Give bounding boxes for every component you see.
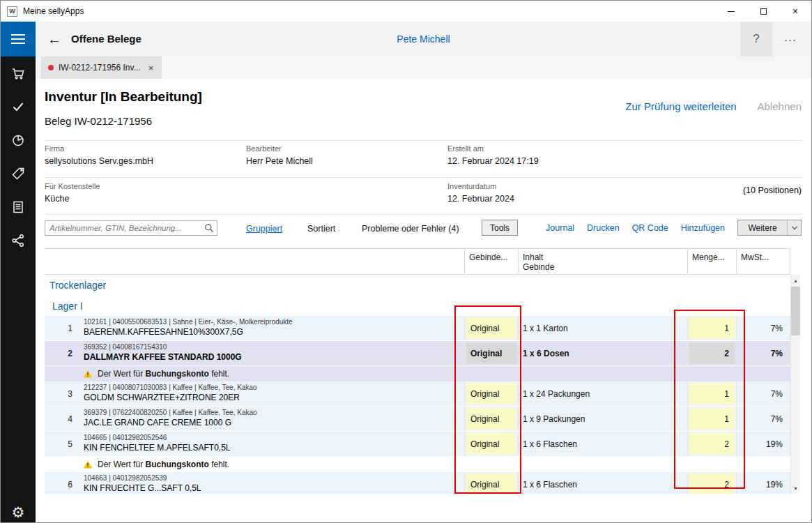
menge-value[interactable]: 1 [689,408,735,430]
row-number: 6 [45,472,81,494]
gebinde-cell: Original [464,407,518,431]
gebinde-value[interactable]: Original [466,433,516,455]
window-title: Meine sellyApps [23,6,84,16]
sidebar-item-share[interactable] [1,224,36,257]
tab-label: IW-0212-171956 Inv... [59,63,141,73]
field-value: Herr Pete Michell [246,156,313,166]
inhalt-cell: 1 x 6 Flaschen [518,472,687,494]
sidebar-item-cart[interactable] [1,56,36,90]
settings-gear-icon[interactable]: ⚙ [12,504,25,521]
group-row-lager-1[interactable]: Lager I [45,296,790,316]
warning-triangle-icon [83,370,93,378]
group-row-trockenlager[interactable]: Trockenlager [45,275,790,296]
cart-icon [10,66,26,81]
column-header-mwst[interactable]: MwSt... [736,249,790,275]
table-row[interactable]: 4 369379 | 07622400820250 | Kaffee | Kaf… [45,407,790,432]
row-meta: 104663 | 04012982052539 [84,474,464,482]
table-scrollbar[interactable]: ▲ ▼ [790,275,800,494]
row-meta: 104665 | 04012982052546 [84,434,464,441]
warning-text: Der Wert für Buchungskonto fehlt. [98,460,229,469]
user-name: Pete Michell [36,33,811,45]
row-description: 104665 | 04012982052546 KIN FENCHELTEE M… [81,432,464,456]
row-description: 104663 | 04012982052539 KIN FRUECHTE G..… [81,472,464,494]
forward-for-review-link[interactable]: Zur Prüfung weiterleiten [625,100,736,112]
reject-link[interactable]: Ablehnen [758,100,802,112]
sidebar-item-tasks[interactable] [1,90,36,123]
search-input[interactable] [49,224,204,232]
gebinde-value[interactable]: Original [466,342,516,364]
problems-filter[interactable]: Probleme oder Fehler (4) [362,224,459,234]
tab-strip: IW-0212-171956 Inv... × [36,56,811,79]
table-row[interactable]: 6 104663 | 04012982052539 KIN FRUECHTE G… [45,472,790,494]
row-name: KIN FRUECHTE G...SAFT 0,5L [84,483,464,493]
menge-cell: 2 [687,432,736,456]
minimize-button[interactable] [715,1,747,22]
gebinde-cell: Original [464,432,518,456]
maximize-button[interactable] [747,1,779,22]
row-description: 369379 | 07622400820250 | Kaffee | Kaffe… [81,407,464,431]
tab-close-icon[interactable]: × [148,63,154,73]
column-header-inhalt[interactable]: Inhalt Gebinde [518,249,687,275]
grouped-toggle[interactable]: Gruppiert [246,224,282,234]
gebinde-value[interactable]: Original [466,473,516,494]
column-header-inhalt-line1: Inhalt [523,252,683,262]
menge-value[interactable]: 1 [689,317,735,339]
hamburger-menu-button[interactable] [1,22,36,56]
scroll-down-icon[interactable]: ▼ [791,483,800,494]
row-meta: 212237 | 04008071030083 | Kaffee | Kaffe… [84,384,464,391]
sidebar-item-journal[interactable] [1,190,36,224]
column-header-menge[interactable]: Menge... [687,249,736,275]
sorted-toggle[interactable]: Sortiert [307,224,335,234]
field-value: 12. Februar 2024 17:19 [447,156,539,166]
print-link[interactable]: Drucken [587,223,620,233]
close-icon: × [792,6,798,16]
header-more-button[interactable]: ··· [775,22,806,56]
positions-table: Gebinde... Inhalt Gebinde Menge... MwSt.… [45,248,790,494]
row-meta: 102161 | 04005500683513 | Sahne | Eier-,… [84,318,464,326]
column-header-gebinde[interactable]: Gebinde... [464,249,518,275]
table-row[interactable]: 5 104665 | 04012982052546 KIN FENCHELTEE… [45,432,790,457]
menge-value[interactable]: 2 [689,433,735,455]
field-kostenstelle: Für Kostenstelle Küche [45,182,100,204]
menge-cell: 1 [687,316,736,340]
qr-code-link[interactable]: QR Code [632,223,668,233]
menge-value[interactable]: 2 [689,473,735,494]
menge-cell: 1 [687,381,736,406]
row-name: GOLDM SCHWARZTEE+ZITRONE 20ER [84,393,464,402]
journal-icon [10,199,26,215]
column-header-inhalt-line2: Gebinde [523,262,683,272]
table-row[interactable]: 1 102161 | 04005500683513 | Sahne | Eier… [45,316,790,341]
app-header: ← Offene Belege Pete Michell ? ··· [36,22,811,56]
table-body: Trockenlager Lager I 1 102161 | 04005500… [45,275,790,494]
tab-inventur[interactable]: IW-0212-171956 Inv... × [41,56,162,79]
row-name: JAC.LE GRAND CAFE CREME 1000 G [84,418,464,427]
inhalt-cell: 1 x 24 Packungen [518,381,687,406]
tools-button[interactable]: Tools [482,220,518,236]
gebinde-value[interactable]: Original [466,408,516,430]
gebinde-value[interactable]: Original [466,317,516,339]
more-dropdown-button[interactable]: Weitere [737,220,802,236]
table-row[interactable]: 2 369352 | 04008167154310 DALLMAYR KAFFE… [45,341,790,366]
app-logo-icon: W [7,6,17,17]
add-link[interactable]: Hinzufügen [681,223,725,233]
divider [45,140,802,141]
table-row[interactable]: 3 212237 | 04008071030083 | Kaffee | Kaf… [45,381,790,407]
divider [45,214,802,215]
scrollbar-thumb[interactable] [791,287,800,335]
inhalt-cell: 1 x 6 Dosen [518,341,687,365]
row-number: 5 [45,432,81,456]
scroll-up-icon[interactable]: ▲ [791,275,800,286]
field-erstellt-am: Erstellt am 12. Februar 2024 17:19 [447,144,539,166]
row-warning: Der Wert für Buchungskonto fehlt. [45,366,790,381]
gebinde-value[interactable]: Original [466,383,516,404]
close-button[interactable]: × [779,1,811,22]
sidebar-item-prices[interactable] [1,157,36,190]
row-number: 4 [45,407,81,431]
menge-value[interactable]: 1 [689,383,735,404]
journal-link[interactable]: Journal [546,223,574,233]
help-button[interactable]: ? [740,22,772,56]
mwst-cell: 7% [736,316,790,340]
menge-cell: 1 [687,407,736,431]
sidebar-item-reports[interactable] [1,123,36,157]
menge-value[interactable]: 2 [689,342,735,364]
